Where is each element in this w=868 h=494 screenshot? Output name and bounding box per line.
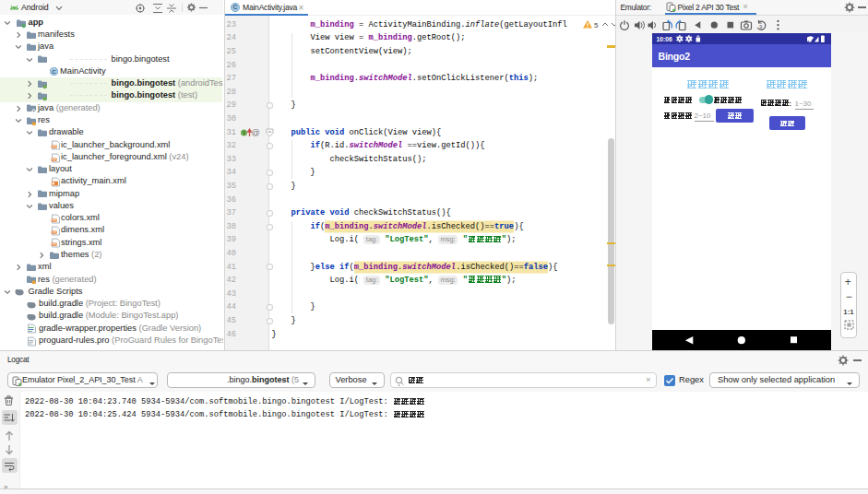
svg-text:xml: xml: [52, 243, 56, 247]
svg-text:xml: xml: [52, 230, 56, 234]
svg-text:5: 5: [594, 21, 599, 29]
svg-text:C: C: [52, 67, 56, 74]
svg-text:xml: xml: [52, 158, 56, 161]
svg-text:9: 9: [759, 24, 762, 29]
svg-text:C: C: [232, 4, 237, 10]
svg-text:xml: xml: [52, 145, 56, 148]
svg-text:xml: xml: [52, 218, 56, 222]
